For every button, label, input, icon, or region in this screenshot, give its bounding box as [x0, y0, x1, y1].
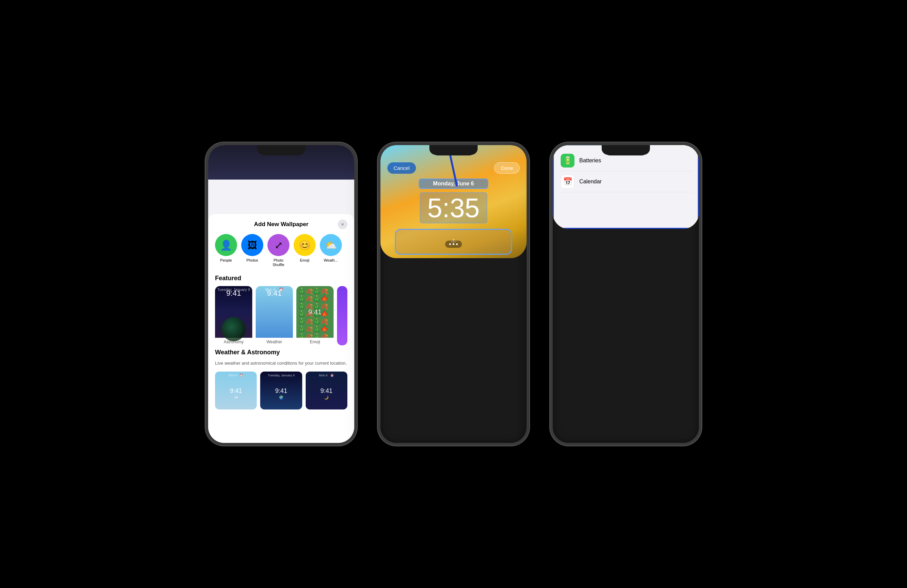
- people-icon: 👤: [215, 234, 237, 256]
- emoji-card-label: Emoji: [296, 338, 333, 345]
- batteries-icon: 🔋: [561, 154, 574, 168]
- small-card-earth[interactable]: Tuesday, January 9 9:41 🌍: [260, 372, 302, 409]
- sc3-time: 9:41: [306, 377, 347, 395]
- weather-card-label: Weather: [256, 338, 293, 345]
- done-button[interactable]: Done: [494, 162, 520, 174]
- weather-astro-desc: Live weather and astronomical conditions…: [215, 360, 347, 366]
- astro-time: 9:41: [215, 289, 252, 298]
- weather-card-time: 9:41: [256, 289, 293, 298]
- dot-1: [449, 244, 451, 245]
- shuffle-icon: ⤢: [268, 234, 290, 256]
- notch-1: [259, 145, 304, 155]
- phone1-screen: Add New Wallpaper × 👤 People 🖼 Photos ⤢ …: [208, 145, 354, 443]
- sc1-time: 9:41: [215, 377, 257, 395]
- weather-icon: ⛅: [320, 234, 342, 256]
- sc2-time: 9:41: [260, 377, 302, 395]
- modal-title: Add New Wallpaper: [254, 221, 308, 228]
- sc3-icon: 🌙: [306, 395, 347, 400]
- lock-time: 5:35: [420, 192, 487, 223]
- dot-3: [456, 244, 458, 245]
- modal-header: Add New Wallpaper ×: [215, 221, 347, 228]
- wallpaper-type-shuffle[interactable]: ⤢ PhotoShuffle: [268, 234, 290, 267]
- modal-close-button[interactable]: ×: [338, 219, 347, 229]
- notch-3: [603, 145, 648, 155]
- weather-label: Weath...: [324, 258, 338, 263]
- emoji-label: Emoji: [300, 258, 309, 263]
- wallpaper-type-weather[interactable]: ⛅ Weath...: [320, 234, 342, 267]
- wallpaper-type-people[interactable]: 👤 People: [215, 234, 237, 267]
- weather-astro-title: Weather & Astronomy: [215, 349, 347, 356]
- sc1-icon: ☁️: [215, 395, 257, 400]
- wallpaper-type-emoji[interactable]: 😊 Emoji: [293, 234, 316, 267]
- small-card-night[interactable]: Mon 6 ⏰ 9:41 🌙: [306, 372, 347, 409]
- three-dots-menu[interactable]: [445, 240, 462, 248]
- small-cards-row: Mon 6 ⏰ 9:41 ☁️ Tuesday, January 9 9:41 …: [215, 372, 347, 409]
- cancel-button[interactable]: Cancel: [387, 162, 416, 174]
- calendar-label: Calendar: [579, 179, 602, 185]
- phone2-screen: Cancel Done Monday, June 6 5:35 +: [380, 145, 527, 258]
- shuffle-label: PhotoShuffle: [272, 258, 284, 267]
- featured-cards-row: Tuesday, January 9 9:41 Astronomy Mon 6 …: [215, 286, 347, 345]
- calendar-app-item[interactable]: 📅 Calendar: [559, 171, 692, 192]
- featured-card-astronomy[interactable]: Tuesday, January 9 9:41 Astronomy: [215, 286, 252, 345]
- add-widgets-panel: Add Widgets × Cupertino -3HRS 2:35PM ⏰: [553, 145, 699, 229]
- photos-icon: 🖼: [241, 234, 263, 256]
- wallpaper-modal: Add New Wallpaper × 👤 People 🖼 Photos ⤢ …: [208, 214, 354, 443]
- calendar-icon: 📅: [561, 175, 574, 189]
- featured-card-emoji[interactable]: 🎄🍂🎄🍂🎄🍂🎄🍁🎄🍂🎄🍂🎄🍂🎄🍁🎄🍂🎄🍂🎄🍂🎄🍁🎄🍂🎄🍂 9:41 Emoji: [296, 286, 333, 345]
- notch-2: [431, 145, 476, 155]
- sc2-icon: 🌍: [260, 395, 302, 400]
- wallpaper-type-photos[interactable]: 🖼 Photos: [241, 234, 263, 267]
- small-card-cloudy[interactable]: Mon 6 ⏰ 9:41 ☁️: [215, 372, 257, 409]
- people-label: People: [220, 258, 232, 263]
- phone-2: Cancel Done Monday, June 6 5:35 +: [378, 143, 529, 445]
- dot-2: [453, 244, 455, 245]
- wallpaper-type-icons: 👤 People 🖼 Photos ⤢ PhotoShuffle 😊 Emoji…: [215, 234, 347, 267]
- phone-3: Monday, June 6 5:35 + Add Widgets × Cupe…: [550, 143, 702, 445]
- featured-card-weather[interactable]: Mon 6 ⏰ 9:41 Weather: [256, 286, 293, 345]
- phone3-screen: Monday, June 6 5:35 + Add Widgets × Cupe…: [553, 145, 699, 229]
- photos-label: Photos: [247, 258, 258, 263]
- featured-title: Featured: [215, 275, 347, 282]
- phone-1: Add New Wallpaper × 👤 People 🖼 Photos ⤢ …: [205, 143, 357, 445]
- emoji-icon: 😊: [293, 234, 316, 256]
- batteries-label: Batteries: [579, 157, 601, 164]
